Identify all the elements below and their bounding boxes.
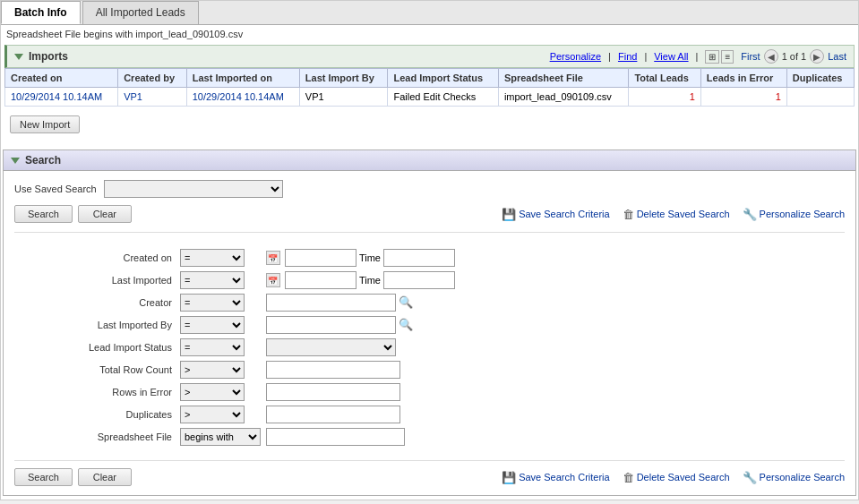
- label-duplicates: Duplicates: [86, 405, 177, 424]
- delete-icon-top: 🗑: [623, 208, 634, 221]
- val-duplicates[interactable]: [266, 406, 400, 423]
- saved-search-label: Use Saved Search: [14, 184, 97, 194]
- field-row-rows-in-error: Rows in Error >=<: [86, 382, 458, 402]
- label-last-imported: Last Imported: [86, 270, 177, 290]
- label-creator: Creator: [86, 293, 177, 312]
- op-duplicates[interactable]: >=<: [180, 406, 245, 423]
- val-last-imported[interactable]: [285, 271, 356, 289]
- view-all-link[interactable]: View All: [654, 51, 688, 62]
- search-collapse-icon[interactable]: [11, 158, 20, 164]
- cell-total-leads: 1: [629, 88, 700, 107]
- save-criteria-link-bottom[interactable]: 💾 Save Search Criteria: [502, 471, 610, 484]
- lookup-icon-creator[interactable]: 🔍: [399, 295, 413, 310]
- field-row-last-imported: Last Imported =<> 📅 Time: [86, 270, 458, 290]
- field-row-creator: Creator =!= 🔍: [86, 293, 458, 312]
- time-last-imported[interactable]: [383, 271, 455, 289]
- divider-top: [14, 232, 845, 233]
- next-btn[interactable]: ▶: [810, 49, 824, 64]
- collapse-icon[interactable]: [14, 54, 23, 60]
- op-spreadsheet-file[interactable]: begins with=contains: [180, 428, 261, 446]
- info-line: Spreadsheet File begins with import_lead…: [1, 25, 858, 43]
- op-last-imported[interactable]: =<>: [180, 271, 245, 289]
- find-link[interactable]: Find: [618, 51, 637, 62]
- op-creator[interactable]: =!=: [180, 294, 245, 312]
- val-lead-import-status[interactable]: Failed Edit Checks Completed: [266, 338, 396, 356]
- search-title: Search: [25, 154, 61, 167]
- op-lead-import-status[interactable]: =!=: [180, 338, 245, 356]
- tabs-bar: Batch Info All Imported Leads: [1, 1, 858, 25]
- page-info: 1 of 1: [782, 51, 807, 62]
- saved-search-row: Use Saved Search: [14, 180, 845, 198]
- op-total-row-count[interactable]: >=<: [180, 361, 245, 379]
- search-body: Use Saved Search Search Clear 💾 Save Sea…: [4, 171, 855, 495]
- save-criteria-link-top[interactable]: 💾 Save Search Criteria: [502, 208, 610, 221]
- new-import-button[interactable]: New Import: [10, 115, 80, 133]
- lookup-icon-last-imported-by[interactable]: 🔍: [399, 318, 413, 332]
- prev-btn[interactable]: ◀: [764, 49, 778, 64]
- delete-saved-link-bottom[interactable]: 🗑 Delete Saved Search: [623, 471, 730, 484]
- grid-icon[interactable]: ⊞: [705, 50, 719, 64]
- imports-header-left: Imports: [14, 50, 68, 63]
- col-total-leads: Total Leads: [629, 69, 700, 88]
- field-row-duplicates: Duplicates >=<: [86, 405, 458, 424]
- val-rows-in-error[interactable]: [266, 383, 400, 401]
- search-button-bottom[interactable]: Search: [14, 468, 73, 486]
- cell-spreadsheet-file: import_lead_090109.csv: [498, 88, 629, 107]
- label-total-row-count: Total Row Count: [86, 360, 177, 380]
- cell-created-on: 10/29/2014 10.14AM: [5, 88, 118, 107]
- imports-section-header: Imports Personalize | Find | View All | …: [4, 45, 855, 68]
- val-spreadsheet-file[interactable]: [266, 428, 405, 446]
- table-row: 10/29/2014 10.14AM VP1 10/29/2014 10.14A…: [5, 88, 855, 107]
- col-last-import-by: Last Import By: [299, 69, 388, 88]
- label-spreadsheet-file: Spreadsheet File: [86, 427, 177, 447]
- fields-table: Created on =<><=>= 📅 Time: [86, 245, 458, 449]
- field-row-spreadsheet-file: Spreadsheet File begins with=contains: [86, 427, 458, 447]
- saved-search-select[interactable]: [104, 180, 283, 198]
- search-actions-bottom: 💾 Save Search Criteria 🗑 Delete Saved Se…: [502, 471, 845, 484]
- label-created-on: Created on: [86, 248, 177, 268]
- val-creator[interactable]: [266, 294, 396, 312]
- list-icon[interactable]: ≡: [721, 50, 734, 64]
- search-section-header: Search: [4, 150, 855, 171]
- imports-title: Imports: [29, 50, 68, 63]
- last-link[interactable]: Last: [828, 51, 846, 62]
- tab-all-imported-leads[interactable]: All Imported Leads: [82, 1, 199, 24]
- pagination: First ◀ 1 of 1 ▶ Last: [741, 49, 846, 64]
- col-duplicates: Duplicates: [786, 69, 854, 88]
- time-label-created-on: Time: [359, 252, 381, 263]
- op-rows-in-error[interactable]: >=<: [180, 383, 245, 401]
- cal-icon-created-on[interactable]: 📅: [266, 251, 280, 265]
- col-spreadsheet-file: Spreadsheet File: [498, 69, 629, 88]
- first-link[interactable]: First: [741, 51, 760, 62]
- search-button-top[interactable]: Search: [14, 205, 73, 223]
- col-leads-in-error: Leads in Error: [700, 69, 786, 88]
- cell-last-imported-on: 10/29/2014 10.14AM: [186, 88, 299, 107]
- val-created-on[interactable]: [285, 249, 356, 267]
- personalize-link[interactable]: Personalize: [550, 51, 601, 62]
- col-created-by: Created by: [118, 69, 187, 88]
- label-last-imported-by: Last Imported By: [86, 315, 177, 335]
- personalize-icon-top: 🔧: [743, 208, 757, 221]
- personalize-icon-bottom: 🔧: [743, 471, 757, 484]
- search-top-btn-row: Search Clear 💾 Save Search Criteria 🗑 De…: [14, 205, 845, 223]
- time-created-on[interactable]: [383, 249, 455, 267]
- personalize-search-link-top[interactable]: 🔧 Personalize Search: [743, 208, 845, 221]
- save-icon-top: 💾: [502, 208, 516, 221]
- val-last-imported-by[interactable]: [266, 316, 396, 334]
- field-row-last-imported-by: Last Imported By =!= 🔍: [86, 315, 458, 335]
- clear-button-top[interactable]: Clear: [78, 205, 132, 223]
- label-lead-import-status: Lead Import Status: [86, 337, 177, 357]
- cal-icon-last-imported[interactable]: 📅: [266, 273, 280, 287]
- cell-lead-import-status: Failed Edit Checks: [388, 88, 498, 107]
- cell-last-import-by: VP1: [299, 88, 388, 107]
- col-lead-import-status: Lead Import Status: [388, 69, 498, 88]
- personalize-search-link-bottom[interactable]: 🔧 Personalize Search: [743, 471, 845, 484]
- val-total-row-count[interactable]: [266, 361, 400, 379]
- field-row-total-row-count: Total Row Count >=<: [86, 360, 458, 380]
- imports-table: Created on Created by Last Imported on L…: [4, 68, 855, 107]
- op-last-imported-by[interactable]: =!=: [180, 316, 245, 334]
- delete-saved-link-top[interactable]: 🗑 Delete Saved Search: [623, 208, 730, 221]
- clear-button-bottom[interactable]: Clear: [78, 468, 132, 486]
- op-created-on[interactable]: =<><=>=: [180, 249, 245, 267]
- tab-batch-info[interactable]: Batch Info: [1, 1, 81, 24]
